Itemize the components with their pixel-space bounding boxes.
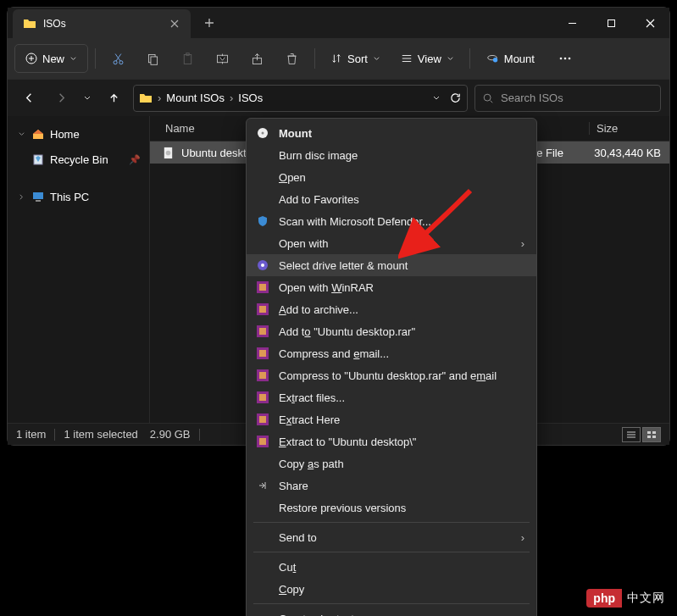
breadcrumb-item[interactable]: Mount ISOs bbox=[166, 92, 225, 104]
svg-rect-21 bbox=[647, 431, 651, 434]
menu-cut[interactable]: Cut bbox=[247, 556, 536, 578]
copy-button[interactable] bbox=[137, 44, 169, 73]
svg-rect-32 bbox=[259, 306, 266, 313]
close-window-button[interactable] bbox=[630, 8, 669, 38]
svg-point-20 bbox=[166, 150, 171, 155]
search-input[interactable]: Search ISOs bbox=[474, 85, 661, 112]
svg-rect-6 bbox=[184, 54, 191, 64]
context-menu: Mount Burn disc image Open Add to Favori… bbox=[246, 118, 537, 616]
disc-icon bbox=[255, 125, 270, 141]
svg-rect-23 bbox=[647, 436, 651, 438]
menu-mount[interactable]: Mount bbox=[247, 122, 536, 144]
menu-copy-path[interactable]: Copy as path bbox=[247, 452, 536, 474]
menu-defender[interactable]: Scan with Microsoft Defender... bbox=[247, 210, 536, 232]
winrar-icon bbox=[255, 280, 270, 295]
menu-open[interactable]: Open bbox=[247, 166, 536, 188]
svg-rect-38 bbox=[259, 372, 266, 379]
share-button[interactable] bbox=[241, 44, 273, 73]
winrar-icon bbox=[255, 412, 270, 427]
menu-sendto[interactable]: Send to› bbox=[247, 526, 536, 548]
maximize-button[interactable] bbox=[591, 8, 630, 38]
svg-rect-5 bbox=[151, 56, 158, 64]
close-tab-button[interactable] bbox=[169, 18, 180, 30]
history-dropdown[interactable] bbox=[432, 94, 441, 103]
view-large-button[interactable] bbox=[642, 427, 661, 442]
menu-favorites[interactable]: Add to Favorites bbox=[247, 188, 536, 210]
sidebar: Home Recycle Bin 📌 This PC bbox=[8, 116, 150, 423]
status-selected: 1 item selected bbox=[64, 428, 137, 441]
minimize-button[interactable] bbox=[552, 8, 591, 38]
chevron-right-icon: › bbox=[230, 92, 233, 104]
paste-button[interactable] bbox=[172, 44, 203, 73]
menu-extract-here[interactable]: Extract Here bbox=[247, 408, 536, 430]
svg-point-14 bbox=[569, 58, 571, 60]
sidebar-item-recycle[interactable]: Recycle Bin 📌 bbox=[8, 147, 149, 172]
new-button[interactable]: New bbox=[14, 44, 88, 73]
toolbar: New Sort View Mount bbox=[8, 38, 669, 79]
svg-rect-34 bbox=[259, 328, 266, 335]
menu-compress-email[interactable]: Compress and email... bbox=[247, 342, 536, 364]
menu-compress-to-email[interactable]: Compress to "Ubuntu desktop.rar" and ema… bbox=[247, 364, 536, 386]
search-icon bbox=[482, 92, 494, 104]
svg-rect-42 bbox=[259, 416, 266, 423]
mount-button[interactable]: Mount bbox=[477, 44, 543, 73]
nav-bar: › Mount ISOs › ISOs Search ISOs bbox=[8, 79, 669, 116]
chevron-right-icon: › bbox=[521, 531, 524, 544]
svg-point-15 bbox=[484, 94, 491, 101]
address-bar[interactable]: › Mount ISOs › ISOs bbox=[133, 85, 468, 112]
watermark-text: 中文网 bbox=[627, 591, 665, 606]
chevron-down-icon[interactable] bbox=[16, 130, 26, 138]
view-details-button[interactable] bbox=[622, 427, 641, 442]
menu-open-winrar[interactable]: Open with WinRAR bbox=[247, 276, 536, 298]
tab-active[interactable]: ISOs bbox=[13, 9, 191, 38]
sort-button[interactable]: Sort bbox=[322, 44, 389, 73]
folder-icon bbox=[23, 17, 36, 31]
menu-share[interactable]: Share bbox=[247, 474, 536, 497]
menu-extract-files[interactable]: Extract files... bbox=[247, 386, 536, 408]
pin-icon: 📌 bbox=[129, 154, 141, 165]
tab-title: ISOs bbox=[43, 18, 162, 30]
new-label: New bbox=[42, 53, 64, 65]
recent-button[interactable] bbox=[80, 86, 94, 111]
new-tab-button[interactable] bbox=[196, 9, 223, 36]
menu-burn[interactable]: Burn disc image bbox=[247, 144, 536, 166]
breadcrumb-item[interactable]: ISOs bbox=[238, 92, 263, 104]
chevron-right-icon[interactable] bbox=[16, 193, 26, 201]
svg-point-12 bbox=[560, 58, 563, 60]
status-count: 1 item bbox=[16, 428, 46, 441]
menu-select-drive-letter[interactable]: Select drive letter & mount bbox=[247, 254, 536, 276]
svg-rect-36 bbox=[259, 350, 266, 357]
sidebar-item-home[interactable]: Home bbox=[8, 121, 149, 147]
chevron-right-icon: › bbox=[158, 92, 161, 104]
rename-button[interactable] bbox=[207, 44, 238, 73]
menu-add-archive[interactable]: Add to archive... bbox=[247, 298, 536, 320]
view-button[interactable]: View bbox=[392, 44, 463, 73]
menu-openwith[interactable]: Open with› bbox=[247, 232, 536, 254]
svg-rect-7 bbox=[186, 53, 189, 55]
more-button[interactable] bbox=[550, 44, 580, 73]
back-button[interactable] bbox=[16, 86, 42, 111]
menu-create-shortcut[interactable]: Create shortcut bbox=[247, 608, 536, 616]
watermark: php 中文网 bbox=[586, 589, 665, 608]
cut-button[interactable] bbox=[103, 44, 134, 73]
menu-add-to-rar[interactable]: Add to "Ubuntu desktop.rar" bbox=[247, 320, 536, 342]
sidebar-item-thispc[interactable]: This PC bbox=[8, 184, 149, 209]
delete-button[interactable] bbox=[276, 44, 308, 73]
pc-icon bbox=[31, 190, 45, 203]
refresh-button[interactable] bbox=[449, 92, 462, 104]
up-button[interactable] bbox=[101, 86, 126, 111]
watermark-badge: php bbox=[586, 589, 622, 608]
menu-extract-to[interactable]: Extract to "Ubuntu desktop\" bbox=[247, 430, 536, 452]
sort-label: Sort bbox=[347, 53, 368, 65]
column-size[interactable]: Size bbox=[589, 122, 669, 135]
winrar-icon bbox=[255, 368, 270, 383]
menu-copy[interactable]: Copy bbox=[247, 578, 536, 600]
forward-button[interactable] bbox=[48, 86, 74, 111]
menu-restore[interactable]: Restore previous versions bbox=[247, 497, 536, 519]
svg-point-11 bbox=[493, 58, 497, 62]
share-icon bbox=[255, 478, 270, 493]
winrar-icon bbox=[255, 324, 270, 339]
view-label: View bbox=[418, 53, 441, 65]
svg-point-13 bbox=[564, 58, 567, 60]
winrar-icon bbox=[255, 390, 270, 405]
